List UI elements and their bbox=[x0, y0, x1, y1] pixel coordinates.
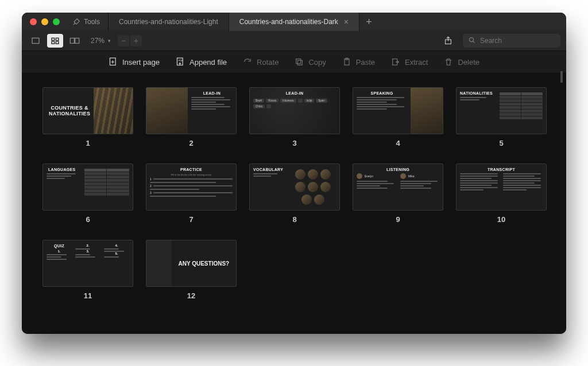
page-number: 9 bbox=[353, 215, 443, 224]
page-thumbnail[interactable]: PRACTICE Fill in the blanks with the mis… bbox=[146, 163, 237, 211]
page-number: 6 bbox=[42, 215, 133, 224]
page-thumbnail[interactable]: COUNTRIES & NATIONALITIES bbox=[42, 87, 133, 134]
tools-label: Tools bbox=[84, 18, 100, 26]
search-input[interactable] bbox=[480, 37, 555, 45]
search-field[interactable] bbox=[463, 34, 560, 48]
tab-inactive[interactable]: Countries-and-nationalities-Light bbox=[108, 13, 229, 31]
zoom-out-button[interactable]: − bbox=[118, 35, 129, 46]
view-two-page-button[interactable] bbox=[67, 34, 83, 48]
thumbnail-grid: COUNTRIES & NATIONALITIES 1 LEAD-IN 2 bbox=[22, 73, 566, 323]
page-thumbnail[interactable]: NATIONALITIES bbox=[456, 87, 547, 134]
tab-close-button[interactable]: × bbox=[344, 18, 349, 26]
copy-button[interactable]: Copy bbox=[295, 57, 326, 67]
thumbnails-canvas[interactable]: COUNTRIES & NATIONALITIES 1 LEAD-IN 2 bbox=[22, 73, 566, 334]
slide-title: TRANSCRIPT bbox=[460, 168, 543, 172]
svg-rect-2 bbox=[56, 38, 59, 40]
svg-point-8 bbox=[470, 38, 474, 42]
slide-title: LEAD-IN bbox=[253, 91, 336, 95]
tools-icon bbox=[72, 18, 80, 26]
zoom-dropdown[interactable]: 27% ▾ bbox=[91, 37, 111, 45]
new-tab-button[interactable]: + bbox=[359, 13, 378, 31]
share-button[interactable] bbox=[440, 34, 456, 48]
page-number: 12 bbox=[146, 291, 237, 300]
page-cell: ANY QUESTIONS? 12 bbox=[146, 240, 237, 300]
tools-menu[interactable]: Tools bbox=[60, 18, 108, 26]
page-number: 7 bbox=[146, 215, 237, 224]
page-number: 11 bbox=[42, 291, 133, 300]
tab-active[interactable]: Countries-and-nationalities-Dark × bbox=[229, 13, 359, 31]
page-cell: LEAD-IN 2 bbox=[146, 87, 237, 147]
extract-button[interactable]: Extract bbox=[391, 57, 428, 67]
slide-title: NATIONALITIES bbox=[460, 91, 493, 95]
page-thumbnail[interactable]: LEAD-IN bbox=[146, 87, 237, 134]
view-single-button[interactable] bbox=[28, 34, 44, 48]
svg-rect-3 bbox=[52, 41, 55, 44]
slide-title: QUIZ bbox=[47, 244, 72, 248]
slide-title: LISTENING bbox=[357, 168, 439, 172]
page-cell: NATIONALITIES bbox=[456, 87, 547, 147]
tab-label: Countries-and-nationalities-Light bbox=[119, 18, 218, 26]
svg-rect-12 bbox=[298, 60, 303, 65]
page-cell: VOCABULARY 8 bbox=[249, 163, 340, 224]
page-thumbnail[interactable]: LANGUAGES bbox=[42, 163, 133, 211]
paste-button[interactable]: Paste bbox=[342, 57, 375, 67]
rotate-button[interactable]: Rotate bbox=[243, 57, 278, 67]
plus-icon: + bbox=[366, 16, 372, 28]
page-cell: QUIZ 1. 2. 3. 4. bbox=[42, 240, 133, 300]
page-thumbnail[interactable]: LISTENING Evelyn Mika bbox=[353, 163, 443, 211]
page-number: 4 bbox=[353, 139, 443, 147]
page-number: 10 bbox=[456, 215, 547, 224]
search-icon bbox=[469, 36, 475, 46]
titlebar: Tools Countries-and-nationalities-Light … bbox=[22, 13, 566, 31]
page-thumbnail[interactable]: SPEAKING bbox=[353, 87, 443, 134]
append-file-button[interactable]: PDF Append file bbox=[176, 57, 227, 67]
page-cell: LEAD-IN Brazil Russia Indonesia India Sp… bbox=[249, 87, 340, 147]
zoom-window-button[interactable] bbox=[53, 18, 60, 25]
page-number: 3 bbox=[249, 139, 340, 147]
tab-label: Countries-and-nationalities-Dark bbox=[239, 18, 338, 26]
page-thumbnail[interactable]: VOCABULARY bbox=[249, 163, 340, 211]
page-thumbnail[interactable]: ANY QUESTIONS? bbox=[146, 240, 237, 287]
close-window-button[interactable] bbox=[30, 18, 37, 25]
page-actions-bar: Insert page PDF Append file Rotate Copy … bbox=[22, 50, 566, 73]
tab-strip: Countries-and-nationalities-Light Countr… bbox=[108, 13, 378, 31]
page-cell: COUNTRIES & NATIONALITIES 1 bbox=[42, 87, 133, 147]
page-number: 2 bbox=[146, 139, 237, 147]
action-label: Extract bbox=[405, 58, 428, 67]
svg-rect-0 bbox=[32, 38, 39, 43]
action-label: Paste bbox=[356, 58, 375, 67]
slide-title: LANGUAGES bbox=[47, 168, 78, 172]
zoom-in-button[interactable]: + bbox=[130, 35, 142, 46]
page-thumbnail[interactable]: LEAD-IN Brazil Russia Indonesia India Sp… bbox=[249, 87, 340, 134]
window-controls bbox=[22, 18, 60, 25]
action-label: Delete bbox=[458, 58, 479, 67]
action-label: Append file bbox=[189, 58, 227, 67]
action-label: Insert page bbox=[122, 58, 160, 67]
svg-rect-4 bbox=[56, 41, 59, 44]
page-cell: LISTENING Evelyn Mika bbox=[353, 163, 443, 224]
page-cell: SPEAKING 4 bbox=[353, 87, 443, 147]
slide-title: VOCABULARY bbox=[253, 168, 283, 172]
view-grid-button[interactable] bbox=[47, 34, 63, 48]
slide-title: SPEAKING bbox=[357, 91, 407, 95]
svg-rect-6 bbox=[75, 38, 79, 44]
svg-text:PDF: PDF bbox=[179, 59, 184, 62]
slide-title: LEAD-IN bbox=[191, 91, 233, 95]
page-thumbnail[interactable]: QUIZ 1. 2. 3. 4. bbox=[42, 240, 133, 287]
sidebar-handle[interactable] bbox=[560, 71, 563, 83]
action-label: Rotate bbox=[257, 58, 278, 67]
page-number: 1 bbox=[42, 139, 133, 147]
zoom-value: 27% bbox=[91, 37, 105, 45]
zoom-stepper: − + bbox=[118, 35, 142, 46]
delete-button[interactable]: Delete bbox=[444, 57, 479, 67]
insert-page-button[interactable]: Insert page bbox=[109, 57, 160, 67]
page-number: 8 bbox=[249, 215, 340, 224]
page-number: 5 bbox=[456, 139, 547, 147]
action-label: Copy bbox=[308, 58, 326, 67]
page-cell: PRACTICE Fill in the blanks with the mis… bbox=[146, 163, 237, 224]
page-thumbnail[interactable]: TRANSCRIPT bbox=[456, 163, 547, 211]
minimize-window-button[interactable] bbox=[41, 18, 48, 25]
toolbar: 27% ▾ − + bbox=[22, 31, 566, 50]
svg-rect-1 bbox=[52, 38, 55, 40]
slide-title: PRACTICE bbox=[150, 168, 233, 172]
